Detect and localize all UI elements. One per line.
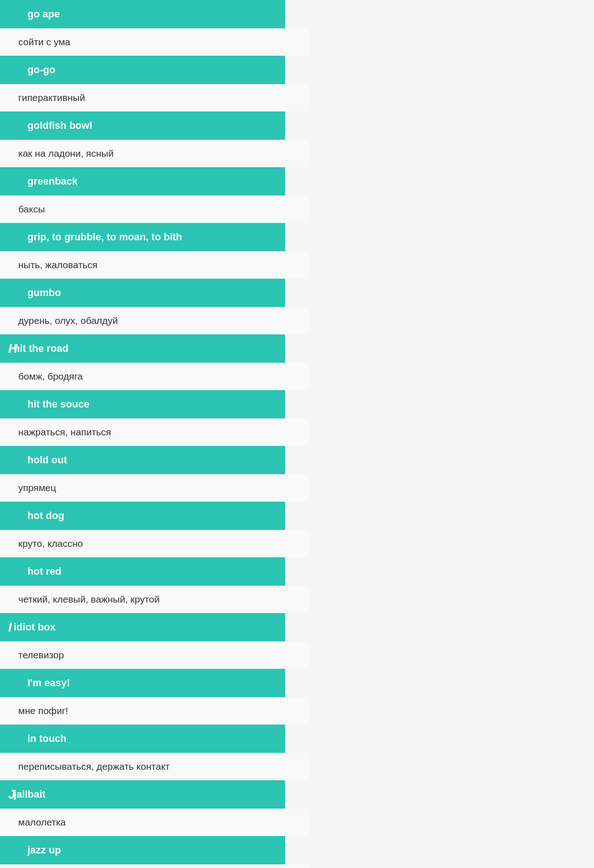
dictionary-table: go apeсойти с умаgo-goгиперактивныйgoldf… [0, 0, 594, 868]
english-term: go ape [27, 8, 60, 20]
table-row: greenbackбаксы [0, 167, 594, 223]
russian-term: мне пофиг! [18, 705, 68, 716]
table-row: in touchпереписываться, держать контакт [0, 725, 594, 780]
russian-term: переписываться, держать контакт [18, 761, 170, 772]
english-term: hot dog [27, 510, 64, 522]
table-row: Iidiot boxтелевизор [0, 613, 594, 669]
table-row: hot dogкруто, классно [0, 502, 594, 557]
table-row: gumboдурень, олух, обалдуй [0, 279, 594, 334]
table-row: go-goгиперактивный [0, 56, 594, 111]
dictionary-container: go apeсойти с умаgo-goгиперактивныйgoldf… [0, 0, 594, 868]
russian-term: четкий, клевый, важный, крутой [18, 594, 160, 605]
table-row: Jjailbaitмалолетка [0, 780, 594, 836]
russian-term: сойти с ума [18, 37, 70, 48]
russian-term: упрямец [18, 482, 56, 493]
russian-term: нажраться, напиться [18, 427, 111, 438]
table-row: I'm easy!мне пофиг! [0, 669, 594, 725]
russian-term: дурень, олух, обалдуй [18, 315, 118, 326]
table-row: grip, to grubble, to moan, to bithныть, … [0, 223, 594, 279]
table-row: jazz upподдать жару, подогреть [0, 836, 594, 868]
english-term: goldfish bowl [27, 120, 92, 132]
english-term: grip, to grubble, to moan, to bith [27, 231, 182, 243]
russian-term: ныть, жаловаться [18, 259, 97, 270]
russian-term: круто, классно [18, 538, 83, 549]
russian-term: гиперактивный [18, 92, 85, 103]
english-term: greenback [27, 175, 78, 187]
table-row: hit the souceнажраться, напиться [0, 390, 594, 446]
russian-term: телевизор [18, 650, 64, 661]
english-term: hit the road [14, 343, 69, 355]
table-row: Hhit the roadбомж, бродяга [0, 334, 594, 390]
english-term: hit the souce [27, 398, 90, 410]
table-row: go apeсойти с ума [0, 0, 594, 56]
letter-marker: H [8, 341, 17, 356]
table-row: goldfish bowlкак на ладони, ясный [0, 111, 594, 167]
russian-term: баксы [18, 204, 45, 215]
letter-marker: J [8, 787, 16, 802]
russian-term: как на ладони, ясный [18, 148, 114, 159]
english-term: jazz up [27, 844, 61, 856]
english-term: jailbait [14, 789, 46, 800]
russian-term: малолетка [18, 817, 66, 828]
english-term: idiot box [14, 621, 56, 633]
table-row: hot redчеткий, клевый, важный, крутой [0, 557, 594, 613]
english-term: I'm easy! [27, 677, 70, 689]
english-term: hold out [27, 454, 67, 466]
letter-marker: I [8, 620, 12, 635]
russian-term: бомж, бродяга [18, 371, 83, 382]
english-term: hot red [27, 566, 62, 577]
english-term: go-go [27, 64, 55, 76]
table-row: hold outупрямец [0, 446, 594, 502]
english-term: gumbo [27, 287, 61, 299]
english-term: in touch [27, 733, 67, 745]
